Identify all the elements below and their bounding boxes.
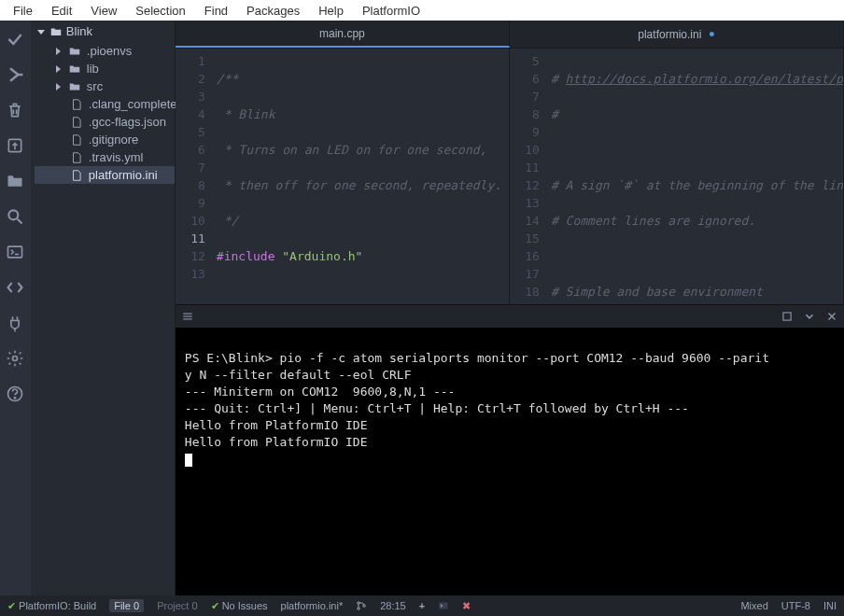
- status-encoding[interactable]: UTF-8: [781, 600, 810, 611]
- gear-icon[interactable]: [6, 349, 24, 368]
- help-icon[interactable]: [6, 385, 24, 403]
- chevron-right-icon: [53, 47, 63, 56]
- tree-label: .travis.yml: [89, 150, 144, 164]
- tree-label: .clang_complete: [89, 97, 177, 111]
- chevron-down-icon[interactable]: [803, 310, 816, 323]
- upload-icon[interactable]: [6, 136, 24, 155]
- chevron-right-icon: [53, 64, 63, 74]
- file-icon: [70, 98, 83, 111]
- status-file-count[interactable]: File 0: [109, 600, 144, 611]
- folder-icon: [68, 63, 81, 76]
- svg-point-23: [358, 602, 360, 605]
- tree-label: src: [87, 79, 103, 93]
- activity-bar: [0, 21, 31, 595]
- terminal-panel: PS E:\Blink> pio -f -c atom serialports …: [176, 304, 844, 595]
- code-right[interactable]: # http://docs.platformio.org/en/latest/p…: [547, 49, 843, 304]
- status-language[interactable]: INI: [823, 600, 837, 611]
- tree-folder-src[interactable]: src: [35, 77, 175, 95]
- menu-find[interactable]: Find: [195, 2, 237, 20]
- file-icon: [70, 169, 83, 182]
- trash-icon[interactable]: [6, 101, 24, 119]
- status-build[interactable]: ✔ PlatformIO: Build: [7, 600, 96, 612]
- status-line-ending[interactable]: Mixed: [740, 600, 767, 611]
- status-terminal-icon[interactable]: [438, 600, 449, 611]
- svg-marker-14: [56, 48, 61, 55]
- code-icon[interactable]: [6, 278, 24, 297]
- folder-icon: [68, 80, 81, 93]
- terminal-icon[interactable]: [6, 243, 24, 261]
- tree-label: .gcc-flags.json: [89, 115, 166, 129]
- tab-label: platformio.ini: [638, 28, 701, 41]
- svg-marker-13: [37, 30, 45, 35]
- menu-file[interactable]: File: [4, 2, 42, 20]
- svg-point-24: [358, 608, 360, 610]
- svg-point-12: [15, 398, 16, 399]
- tree-label: lib: [87, 62, 99, 76]
- status-plus-icon[interactable]: +: [419, 600, 425, 611]
- svg-point-25: [363, 605, 366, 608]
- editor-area: main.cpp platformio.ini• 123456789101112…: [176, 21, 844, 595]
- file-tree: Blink .pioenvs lib src .clang_complete: [31, 21, 176, 595]
- tree-file-travis[interactable]: .travis.yml: [35, 148, 175, 166]
- terminal-cursor: [185, 454, 192, 467]
- tree-folder-lib[interactable]: lib: [35, 60, 175, 77]
- status-bar: ✔ PlatformIO: Build File 0 Project 0 ✔ N…: [0, 595, 844, 616]
- menubar: File Edit View Selection Find Packages H…: [0, 0, 844, 21]
- status-git-icon[interactable]: [356, 600, 367, 611]
- menu-packages[interactable]: Packages: [237, 2, 309, 20]
- file-icon: [70, 116, 83, 129]
- file-icon: [70, 133, 83, 147]
- folder-icon[interactable]: [6, 172, 24, 190]
- project-root[interactable]: Blink: [31, 21, 175, 42]
- tree-folder-pioenvs[interactable]: .pioenvs: [35, 42, 175, 60]
- project-name: Blink: [66, 24, 92, 38]
- svg-point-3: [9, 210, 19, 219]
- tab-label: main.cpp: [319, 27, 365, 40]
- status-issues[interactable]: ✔ No Issues: [211, 600, 268, 612]
- menu-platformio[interactable]: PlatformIO: [353, 2, 429, 20]
- check-icon[interactable]: [6, 30, 24, 49]
- search-icon[interactable]: [6, 207, 24, 226]
- svg-line-4: [18, 219, 22, 224]
- tree-label: .pioenvs: [87, 44, 132, 58]
- svg-marker-16: [56, 83, 61, 91]
- menu-view[interactable]: View: [81, 2, 126, 20]
- tab-platformio-ini[interactable]: platformio.ini•: [510, 21, 844, 48]
- tree-label: .gitignore: [89, 133, 138, 147]
- status-close-terminal-icon[interactable]: ✖: [462, 600, 471, 612]
- hamburger-icon[interactable]: [181, 310, 194, 323]
- close-icon[interactable]: [825, 310, 838, 323]
- terminal-output[interactable]: PS E:\Blink> pio -f -c atom serialports …: [176, 328, 844, 490]
- chevron-right-icon: [53, 82, 63, 91]
- svg-point-10: [13, 357, 18, 361]
- tab-main-cpp[interactable]: main.cpp: [176, 21, 510, 48]
- menu-help[interactable]: Help: [309, 2, 353, 20]
- tree-label: platformio.ini: [89, 168, 158, 182]
- chevron-down-icon: [36, 27, 46, 36]
- folder-icon: [68, 45, 81, 58]
- tree-file-platformio[interactable]: platformio.ini: [35, 166, 175, 184]
- menu-edit[interactable]: Edit: [42, 2, 81, 20]
- terminal-toolbar: [176, 305, 844, 328]
- gutter-right: 56789101112131415161718: [510, 49, 547, 304]
- status-project-count[interactable]: Project 0: [157, 600, 197, 611]
- arrow-right-icon[interactable]: [6, 65, 24, 84]
- code-left[interactable]: /** * Blink * Turns on an LED on for one…: [213, 49, 509, 304]
- maximize-icon[interactable]: [781, 310, 794, 323]
- editor-left[interactable]: 12345678910111213 /** * Blink * Turns on…: [176, 49, 510, 304]
- tree-file-clang[interactable]: .clang_complete: [35, 95, 175, 113]
- tree-file-gitignore[interactable]: .gitignore: [35, 131, 175, 148]
- file-icon: [70, 151, 83, 164]
- svg-marker-15: [56, 65, 61, 73]
- menu-selection[interactable]: Selection: [126, 2, 194, 20]
- status-cursor-pos[interactable]: 28:15: [380, 600, 406, 611]
- folder-open-icon: [49, 25, 63, 38]
- svg-rect-20: [783, 313, 791, 320]
- status-filename[interactable]: platformio.ini*: [281, 600, 344, 611]
- tree-file-gcc[interactable]: .gcc-flags.json: [35, 113, 175, 131]
- editor-right[interactable]: 56789101112131415161718 # http://docs.pl…: [510, 49, 844, 304]
- plug-icon[interactable]: [6, 314, 24, 332]
- tab-bar: main.cpp platformio.ini•: [176, 21, 844, 49]
- svg-rect-26: [440, 603, 448, 609]
- svg-rect-5: [8, 246, 22, 258]
